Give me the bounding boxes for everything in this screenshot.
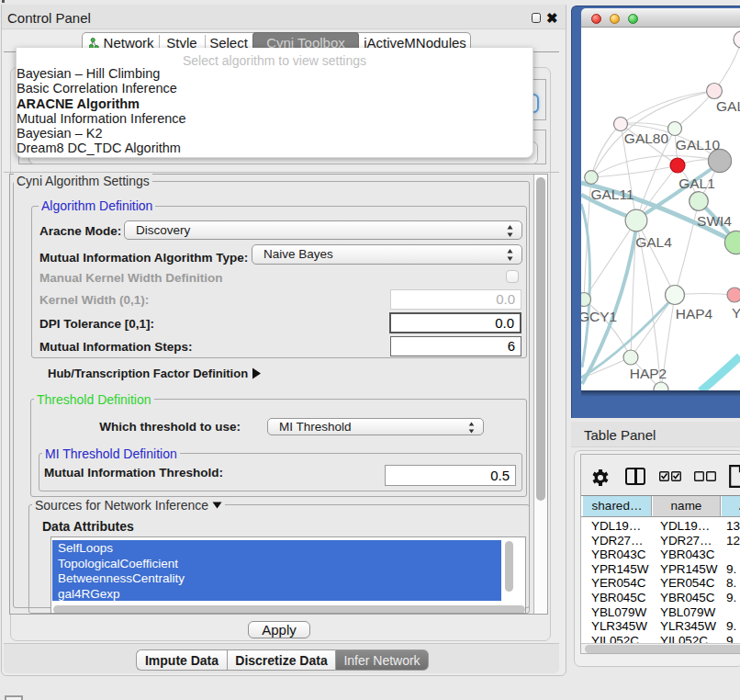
svg-text:Y: Y <box>732 305 740 321</box>
svg-text:GAL1: GAL1 <box>678 175 715 191</box>
svg-text:GAL80: GAL80 <box>624 130 669 146</box>
svg-text:SWI4: SWI4 <box>697 213 732 229</box>
svg-text:GAL2: GAL2 <box>716 98 740 114</box>
svg-text:HAP2: HAP2 <box>630 366 667 381</box>
svg-text:GAL4: GAL4 <box>635 234 672 250</box>
svg-text:GAL11: GAL11 <box>590 186 633 202</box>
svg-text:GAL10: GAL10 <box>676 137 721 152</box>
svg-text:HAP4: HAP4 <box>676 306 713 322</box>
svg-text:GCY1: GCY1 <box>581 309 617 324</box>
